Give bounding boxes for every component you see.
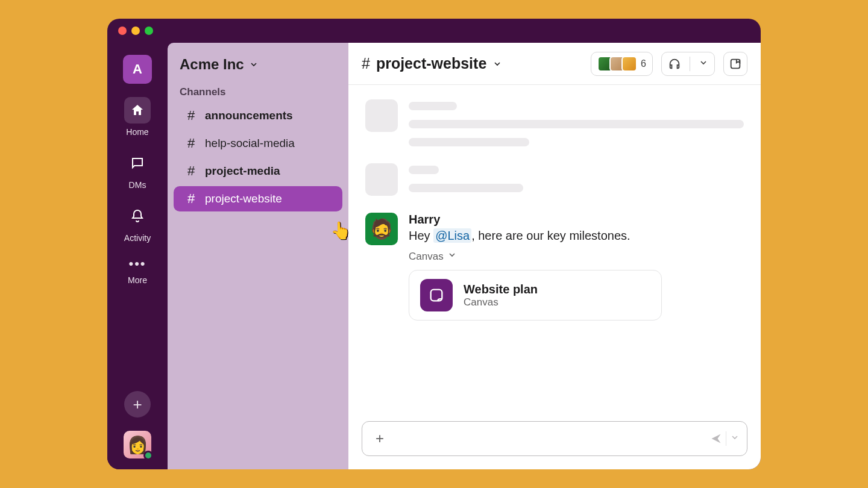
titlebar — [107, 19, 761, 43]
maximize-window-icon[interactable] — [145, 27, 153, 35]
channels-section-label: Channels — [168, 83, 348, 102]
message-avatar[interactable]: 🧔 — [365, 213, 398, 245]
attachment-subtitle: Canvas — [464, 296, 538, 308]
channel-title-text: project-website — [376, 55, 486, 72]
canvas-icon — [729, 57, 742, 70]
nav-more[interactable]: ••• More — [128, 256, 147, 285]
member-avatars — [597, 56, 637, 72]
nav-dms[interactable]: DMs — [124, 150, 151, 190]
canvas-attachment[interactable]: Website plan Canvas — [409, 270, 662, 321]
send-icon — [710, 433, 722, 445]
caret-down-icon — [447, 250, 457, 263]
hash-icon: # — [186, 191, 197, 207]
nav-home[interactable]: Home — [124, 97, 151, 137]
close-window-icon[interactable] — [118, 27, 127, 35]
headphones-icon — [668, 57, 681, 70]
svg-rect-0 — [731, 59, 740, 68]
hash-icon: # — [186, 136, 197, 151]
message-list: 🧔 Harry Hey @Lisa, here are our key mile… — [348, 85, 761, 415]
message-text: Hey @Lisa, here are our key milestones. — [409, 229, 744, 243]
chevron-down-icon — [699, 58, 708, 70]
nav-activity[interactable]: Activity — [124, 203, 151, 243]
chevron-down-icon — [492, 55, 502, 72]
channel-help-social-media[interactable]: # help-social-media — [174, 131, 342, 156]
compose-button[interactable]: + — [124, 391, 151, 418]
chevron-down-icon — [249, 56, 259, 73]
workspace-switcher[interactable]: A — [123, 55, 152, 84]
presence-indicator-icon — [143, 451, 153, 460]
channel-announcements[interactable]: # announcements — [174, 103, 342, 128]
user-avatar[interactable]: 👩 — [124, 431, 151, 458]
user-mention[interactable]: @Lisa — [433, 228, 471, 243]
nav-dms-label: DMs — [129, 180, 146, 190]
channel-name: help-social-media — [205, 137, 295, 150]
message-item: 🧔 Harry Hey @Lisa, here are our key mile… — [365, 213, 744, 321]
minimize-window-icon[interactable] — [131, 27, 140, 35]
app-body: A Home DMs Activity • — [107, 43, 761, 469]
dms-icon — [124, 150, 151, 177]
composer-attach-button[interactable]: + — [370, 428, 390, 449]
channel-members-button[interactable]: 6 — [591, 52, 653, 76]
hash-icon: # — [362, 55, 370, 72]
nav-activity-label: Activity — [124, 233, 151, 243]
channel-header: # project-website 6 — [348, 43, 761, 85]
attachment-type-menu[interactable]: Canvas — [409, 250, 744, 263]
member-count: 6 — [641, 58, 646, 69]
bell-icon — [124, 203, 151, 230]
channel-name: project-website — [205, 192, 282, 205]
hash-icon: # — [186, 108, 197, 124]
app-window: A Home DMs Activity • — [107, 19, 761, 469]
huddle-button[interactable] — [661, 52, 715, 76]
workspace-initial: A — [133, 61, 142, 77]
chevron-down-icon — [730, 433, 740, 445]
canvas-button[interactable] — [723, 52, 747, 76]
canvas-file-icon — [420, 279, 453, 311]
nav-home-label: Home — [126, 127, 148, 137]
main-pane: # project-website 6 — [348, 43, 761, 469]
nav-more-label: More — [128, 275, 147, 285]
home-icon — [124, 97, 151, 124]
message-composer[interactable]: + — [362, 421, 747, 456]
channel-sidebar: Acme Inc Channels # announcements # help… — [168, 43, 348, 469]
avatar-face-icon: 🧔 — [370, 217, 394, 240]
workspace-name: Acme Inc — [180, 56, 244, 73]
send-button[interactable] — [710, 431, 740, 446]
attachment-title: Website plan — [464, 283, 538, 296]
channel-name: announcements — [205, 109, 293, 122]
nav-rail: A Home DMs Activity • — [107, 43, 168, 469]
channel-project-media[interactable]: # project-media — [174, 158, 342, 184]
message-author[interactable]: Harry — [409, 213, 744, 227]
channel-name: project-media — [205, 164, 280, 178]
workspace-menu[interactable]: Acme Inc — [168, 51, 348, 83]
hash-icon: # — [186, 163, 197, 179]
message-placeholder — [365, 99, 744, 146]
member-avatar-icon — [621, 56, 637, 72]
message-placeholder — [365, 163, 744, 196]
channel-title-button[interactable]: # project-website — [362, 55, 502, 72]
ellipsis-icon: ••• — [128, 256, 146, 272]
channel-project-website[interactable]: # project-website — [174, 186, 342, 211]
